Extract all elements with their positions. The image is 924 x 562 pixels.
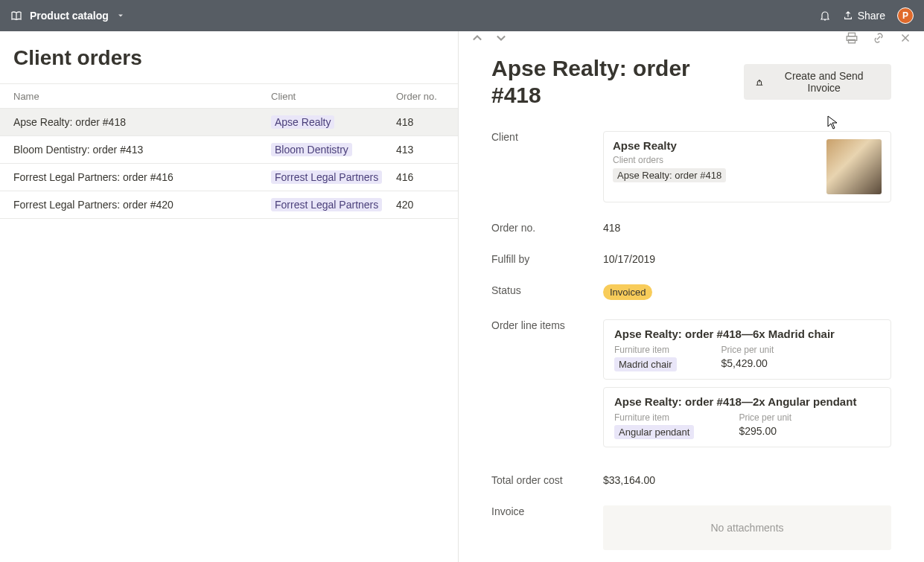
- print-icon[interactable]: [845, 31, 858, 45]
- table-row[interactable]: Bloom Dentistry: order #413Bloom Dentist…: [0, 136, 458, 164]
- row-client-tag: Apse Realty: [271, 115, 334, 129]
- col-name-header[interactable]: Name: [13, 91, 271, 102]
- row-name: Forrest Legal Partners: order #420: [13, 199, 271, 211]
- client-card[interactable]: Apse Realty Client orders Apse Realty: o…: [603, 131, 891, 202]
- fulfill-by-value: 10/17/2019: [603, 253, 891, 265]
- bell-icon[interactable]: [819, 10, 831, 22]
- row-client-tag: Forrest Legal Partners: [271, 170, 382, 184]
- row-orderno: 416: [396, 171, 445, 183]
- share-label: Share: [858, 10, 885, 22]
- chevron-down-icon[interactable]: [116, 10, 125, 22]
- row-orderno: 418: [396, 116, 445, 128]
- row-name: Apse Realty: order #418: [13, 116, 271, 128]
- field-label-orderno: Order no.: [491, 222, 603, 234]
- field-label-status: Status: [491, 284, 603, 300]
- table-row[interactable]: Forrest Legal Partners: order #416Forres…: [0, 164, 458, 191]
- page-title: Client orders: [0, 31, 458, 83]
- link-icon[interactable]: [872, 31, 885, 45]
- avatar[interactable]: P: [897, 7, 914, 24]
- line-item-card[interactable]: Apse Realty: order #418—6x Madrid chairF…: [603, 319, 891, 380]
- next-record-button[interactable]: [494, 31, 508, 45]
- row-orderno: 420: [396, 199, 445, 211]
- table-header: Name Client Order no.: [0, 83, 458, 109]
- line-item-card[interactable]: Apse Realty: order #418—2x Angular penda…: [603, 387, 891, 447]
- line-item-price: $295.00: [739, 425, 791, 437]
- prev-record-button[interactable]: [471, 31, 484, 45]
- col-orderno-header[interactable]: Order no.: [396, 91, 445, 102]
- line-item-price: $5,429.00: [721, 357, 774, 369]
- client-sub: Client orders: [613, 155, 819, 165]
- detail-panel: Apse Realty: order #418 Create and Send …: [459, 31, 924, 562]
- client-image: [826, 139, 882, 194]
- client-name: Apse Realty: [613, 139, 819, 152]
- close-icon[interactable]: [899, 31, 912, 45]
- row-client-tag: Forrest Legal Partners: [271, 198, 382, 211]
- field-label-total: Total order cost: [491, 474, 603, 486]
- row-name: Forrest Legal Partners: order #416: [13, 171, 271, 183]
- field-label-fulfill: Fulfill by: [491, 253, 603, 265]
- field-label-lineitems: Order line items: [491, 319, 603, 455]
- row-orderno: 413: [396, 144, 445, 156]
- attachment-dropzone[interactable]: No attachments: [603, 505, 891, 550]
- line-item-title: Apse Realty: order #418—2x Angular penda…: [614, 395, 880, 408]
- row-name: Bloom Dentistry: order #413: [13, 144, 271, 156]
- col-client-header[interactable]: Client: [271, 91, 396, 102]
- line-item-tag: Angular pendant: [614, 425, 694, 439]
- total-value: $33,164.00: [603, 474, 891, 486]
- field-label-invoice: Invoice: [491, 505, 603, 550]
- table-row[interactable]: Apse Realty: order #418Apse Realty418: [0, 109, 458, 136]
- topbar: Product catalog Share P: [0, 0, 924, 31]
- detail-title: Apse Realty: order #418: [491, 55, 744, 109]
- workspace-title[interactable]: Product catalog: [30, 10, 109, 22]
- table-row[interactable]: Forrest Legal Partners: order #420Forres…: [0, 191, 458, 219]
- svg-rect-2: [849, 39, 856, 43]
- create-invoice-button[interactable]: Create and Send Invoice: [744, 64, 891, 100]
- client-order-tag: Apse Realty: order #418: [613, 168, 726, 182]
- book-icon[interactable]: [10, 10, 22, 22]
- line-item-title: Apse Realty: order #418—6x Madrid chair: [614, 328, 880, 340]
- list-panel: Client orders Name Client Order no. Apse…: [0, 31, 459, 562]
- line-item-tag: Madrid chair: [614, 357, 677, 371]
- field-label-client: Client: [491, 131, 603, 202]
- row-client-tag: Bloom Dentistry: [271, 143, 352, 156]
- order-no-value: 418: [603, 222, 891, 234]
- share-button[interactable]: Share: [843, 10, 885, 22]
- status-badge: Invoiced: [603, 284, 652, 300]
